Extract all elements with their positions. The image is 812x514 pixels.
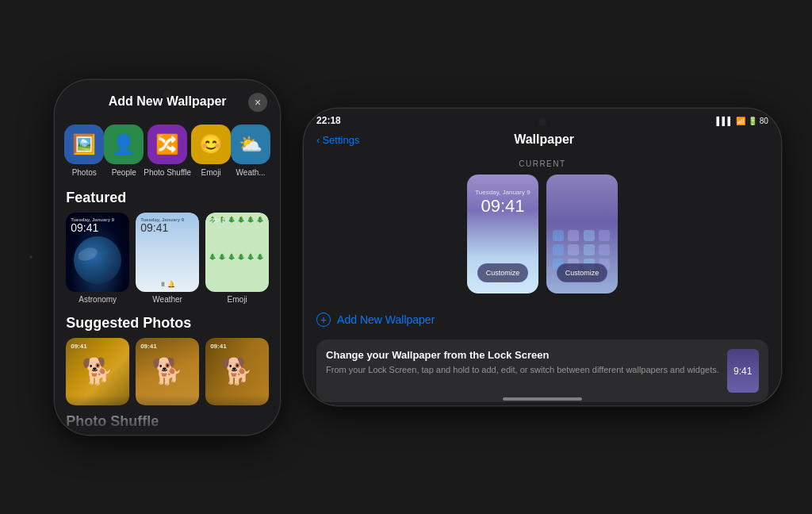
emoji-icon: 😊 [191, 125, 231, 164]
info-card: Change your Wallpaper from the Lock Scre… [316, 339, 768, 402]
home-customize-button[interactable]: Customize [557, 263, 608, 282]
weather-label: Weath... [236, 168, 266, 177]
photo-shuffle-icon: 🔀 [147, 125, 187, 164]
emoji-preview: 09:41 🎄🎄🎄 🎄🎄🎄 🎄🎄🎄 🎄🎄🎄 [205, 213, 269, 292]
phone-2: Add New Wallpaper × 🖼️ Photos 👤 People 🔀… [55, 80, 280, 435]
dog-icon-2: 🐕 [151, 356, 183, 386]
weather-label-below: Weather [136, 292, 199, 307]
info-card-text: Change your Wallpaper from the Lock Scre… [326, 349, 719, 376]
suggested-photo-3[interactable]: 🐕 09:41 [205, 338, 269, 405]
emoji-time-overlay: 09:41 [210, 217, 224, 223]
app-icon-5 [553, 244, 564, 255]
tree-9: 🎄 [228, 253, 236, 260]
tree-6: 🎄 [256, 216, 264, 223]
home-customize-wrap: Customize [546, 263, 618, 282]
status-bar: 22:18 ▌▌▌ 📶 🔋 80 [304, 109, 781, 129]
back-button[interactable]: ‹ Settings [316, 134, 359, 146]
back-label: Settings [322, 134, 359, 146]
emoji-label-below: Emoji [205, 292, 269, 307]
app-icon-8 [599, 244, 610, 255]
wifi-icon: 📶 [736, 117, 745, 125]
lock-screen-preview: Tuesday, January 9 09:41 Customize [467, 175, 538, 293]
add-wallpaper-icon: + [316, 313, 331, 327]
wallpaper-previews: Tuesday, January 9 09:41 Customize [304, 175, 781, 303]
suggested-photo-1[interactable]: 🐕 09:41 [66, 338, 129, 405]
photo-shuffle-option[interactable]: 🔀 Photo Shuffle [144, 125, 191, 177]
astronomy-preview: Tuesday, January 9 09:41 [66, 213, 129, 292]
status-icons: ▌▌▌ 📶 🔋 80 [716, 117, 768, 125]
dog-icon-1: 🐕 [82, 356, 113, 386]
emoji-wallpaper[interactable]: 09:41 🎄🎄🎄 🎄🎄🎄 🎄🎄🎄 🎄🎄🎄 Emoji [205, 213, 269, 307]
tree-8: 🎄 [218, 253, 226, 260]
home-indicator [503, 397, 582, 401]
lock-customize-wrap: Customize [467, 263, 538, 282]
tree-11: 🎄 [247, 253, 255, 260]
emoji-option[interactable]: 😊 Emoji [191, 125, 231, 177]
photo-time-1: 09:41 [71, 343, 86, 350]
weather-option[interactable]: ⛅ Weath... [231, 125, 270, 177]
lock-customize-button[interactable]: Customize [477, 263, 529, 282]
featured-items: Tuesday, January 9 09:41 Astronomy Tuesd… [55, 213, 280, 307]
people-option[interactable]: 👤 People [104, 125, 144, 177]
people-icon: 👤 [104, 125, 144, 164]
preview-clock-lock: 09:41 [467, 196, 538, 217]
weather-wallpaper[interactable]: Tuesday, January 9 09:41 ⏸ 🔔 Weather [136, 213, 199, 307]
astronomy-big-time: 09:41 [71, 222, 114, 233]
astronomy-label: Astronomy [66, 292, 129, 307]
astronomy-wallpaper[interactable]: Tuesday, January 9 09:41 Astronomy [66, 213, 129, 307]
home-screen-preview: Customize [546, 175, 618, 293]
phone-3: 22:18 ▌▌▌ 📶 🔋 80 ‹ Settings Wallpaper CU… [304, 109, 781, 405]
tree-5: 🎄 [247, 216, 255, 223]
current-label: CURRENT [304, 156, 781, 175]
info-card-title: Change your Wallpaper from the Lock Scre… [326, 349, 719, 361]
app-icon-1 [553, 230, 564, 241]
add-wallpaper-label: Add New Wallpaper [337, 313, 435, 326]
app-icon-4 [599, 230, 610, 241]
app-icon-3 [584, 230, 595, 241]
status-time: 22:18 [316, 115, 341, 126]
app-icon-7 [584, 244, 595, 255]
photos-label: Photos [72, 168, 97, 177]
photos-icon: 🖼️ [64, 125, 104, 164]
suggested-photo-2[interactable]: 🐕 09:41 [136, 338, 199, 405]
earth-graphic [74, 236, 121, 284]
info-thumb-time: 9:41 [733, 366, 752, 377]
preview-time-lock: Tuesday, January 9 09:41 [467, 189, 538, 217]
weather-time-label: Tuesday, January 9 09:41 [140, 217, 184, 233]
photos-option[interactable]: 🖼️ Photos [64, 125, 104, 177]
weather-icon: ⛅ [231, 125, 270, 164]
weather-controls: ⏸ 🔔 [159, 281, 175, 288]
weather-big-time: 09:41 [140, 222, 184, 233]
photo-shuffle-bottom-label: Photo Shuffle [55, 405, 280, 435]
preview-date-lock: Tuesday, January 9 [467, 189, 538, 196]
emoji-label: Emoji [201, 168, 221, 177]
people-label: People [112, 168, 136, 177]
app-icon-6 [568, 244, 579, 255]
photo-time-3: 09:41 [210, 343, 226, 350]
tree-4: 🎄 [237, 216, 245, 223]
photo-shuffle-label: Photo Shuffle [144, 168, 191, 177]
modal-header: Add New Wallpaper × [55, 80, 280, 118]
info-card-thumbnail: 9:41 [727, 349, 759, 393]
modal-title: Add New Wallpaper [109, 94, 227, 109]
astronomy-time-label: Tuesday, January 9 09:41 [71, 217, 114, 233]
featured-title: Featured [55, 183, 280, 213]
navigation-bar: ‹ Settings Wallpaper [304, 129, 781, 156]
battery-label: 80 [760, 117, 768, 125]
app-icon-2 [568, 230, 579, 241]
suggested-title: Suggested Photos [55, 307, 280, 338]
tree-7: 🎄 [209, 253, 216, 260]
weather-preview: Tuesday, January 9 09:41 ⏸ 🔔 [136, 213, 199, 292]
dog-icon-3: 🐕 [221, 356, 253, 386]
suggested-photos: 🐕 09:41 🐕 09:41 🐕 09:41 [55, 338, 280, 405]
info-card-description: From your Lock Screen, tap and hold to a… [326, 364, 719, 376]
close-button[interactable]: × [248, 93, 267, 112]
photo-time-2: 09:41 [140, 343, 156, 350]
tree-3: 🎄 [228, 216, 236, 223]
signal-icon: ▌▌▌ [716, 117, 733, 125]
battery-icon: 🔋 [748, 117, 757, 125]
page-title: Wallpaper [514, 132, 574, 147]
add-wallpaper-row[interactable]: + Add New Wallpaper [304, 303, 781, 336]
tree-10: 🎄 [237, 253, 245, 260]
tree-12: 🎄 [256, 253, 264, 260]
